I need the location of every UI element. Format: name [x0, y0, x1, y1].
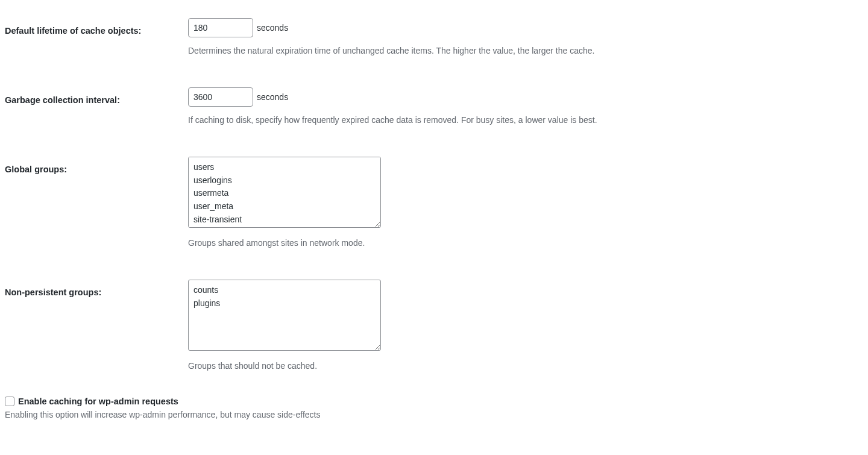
wp-admin-cache-block: Enable caching for wp-admin requests Ena…: [5, 397, 863, 421]
default-lifetime-unit: seconds: [257, 23, 288, 33]
global-groups-row: Global groups: Groups shared amongst sit…: [5, 157, 863, 249]
gc-interval-input[interactable]: [188, 87, 253, 107]
default-lifetime-label: Default lifetime of cache objects:: [5, 18, 188, 36]
wp-admin-cache-line[interactable]: Enable caching for wp-admin requests: [5, 397, 863, 406]
global-groups-description: Groups shared amongst sites in network m…: [188, 237, 863, 249]
nonpersistent-groups-row: Non-persistent groups: Groups that shoul…: [5, 280, 863, 372]
nonpersistent-groups-description: Groups that should not be cached.: [188, 360, 863, 372]
nonpersistent-groups-textarea[interactable]: [188, 280, 381, 351]
default-lifetime-description: Determines the natural expiration time o…: [188, 45, 863, 57]
gc-interval-row: Garbage collection interval: seconds If …: [5, 87, 863, 127]
wp-admin-cache-label: Enable caching for wp-admin requests: [18, 397, 178, 406]
global-groups-textarea[interactable]: [188, 157, 381, 228]
wp-admin-cache-checkbox[interactable]: [5, 397, 14, 406]
global-groups-label: Global groups:: [5, 157, 188, 174]
default-lifetime-input[interactable]: [188, 18, 253, 37]
nonpersistent-groups-label: Non-persistent groups:: [5, 280, 188, 297]
gc-interval-description: If caching to disk, specify how frequent…: [188, 114, 863, 127]
gc-interval-unit: seconds: [257, 92, 288, 102]
wp-admin-cache-description: Enabling this option will increase wp-ad…: [5, 409, 863, 421]
default-lifetime-row: Default lifetime of cache objects: secon…: [5, 18, 863, 57]
gc-interval-label: Garbage collection interval:: [5, 87, 188, 105]
